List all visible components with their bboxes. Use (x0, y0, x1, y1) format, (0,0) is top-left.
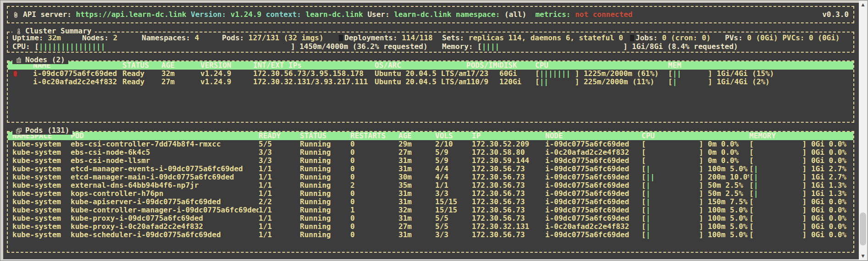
pod-ip-cell: 172.30.59.144 (472, 157, 545, 165)
pod-memory-gauge: [ ] 0Gi 0.0% (749, 157, 846, 165)
cluster-stat: Jobs: 0 (cron: 0) (630, 34, 725, 43)
pod-row[interactable]: kube-systemebs-csi-node-6k4c53/3Running0… (8, 148, 853, 157)
node-row[interactable]: i-09dc0775a6fc69dedReady32mv1.24.9172.30… (8, 70, 853, 78)
node-version-cell: v1.24.9 (200, 70, 253, 78)
status-segment: User: (367, 10, 394, 19)
node-disk-cell: 60Gi (499, 70, 535, 78)
pod-ready-cell: 1/1 (259, 231, 300, 239)
column-header: STATUS (300, 132, 350, 140)
pod-row[interactable]: kube-systemkube-apiserver-i-09dc0775a6fc… (8, 198, 853, 206)
node-disk-cell: 120Gi (499, 78, 535, 86)
pod-row[interactable]: kube-systemkube-scheduler-i-09dc0775a6fc… (8, 231, 853, 239)
node-os-arch-cell: Ubuntu 20.04.5 LTS/amd64 (375, 70, 466, 78)
pod-name-cell: kops-controller-h76pn (71, 190, 259, 198)
pod-ready-cell: 1/1 (259, 214, 300, 223)
pod-row[interactable]: kube-systemkube-proxy-i-09dc0775a6fc69de… (8, 214, 853, 223)
pod-namespace-cell: kube-system (8, 198, 71, 206)
pod-row[interactable]: kube-systemexternal-dns-64bb94b4f6-np7jr… (8, 181, 853, 190)
node-os-arch-cell: Ubuntu 20.04.5 LTS/amd64 (375, 78, 466, 86)
gauge-open-bracket: [ (641, 148, 646, 157)
cluster-stat: Sets: replicas 114, daemons 6, stateful … (442, 34, 630, 43)
pod-memory-gauge: [| ] 1Gi 2.7% (749, 173, 846, 181)
scrollbar-down-button[interactable]: ▼ (859, 252, 867, 260)
gauge-bars (646, 148, 699, 157)
cluster-summary-panel: Cluster Summary Uptime: 32mNodes: 2Names… (7, 32, 854, 53)
column-header: CPU (641, 132, 749, 140)
gauge-close-bracket: ] (575, 70, 584, 78)
pod-row[interactable]: kube-systemebs-csi-node-llsmr3/3Running0… (8, 157, 853, 165)
status-segment: v1.24.9 (231, 10, 266, 19)
scrollbar[interactable]: ▲ ▼ (859, 1, 867, 260)
gauge-bars: || (673, 70, 708, 78)
terminal: API server: https://api.learn-dc.link Ve… (3, 3, 859, 259)
pod-cpu-cell: [| ] 150m 7.5% (641, 198, 749, 206)
scrollbar-up-button[interactable]: ▲ (859, 1, 867, 9)
pod-ready-cell: 1/1 (259, 181, 300, 190)
pod-status-cell: Running (300, 140, 350, 148)
scrollbar-thumb[interactable] (860, 212, 866, 245)
gauge-close-bracket: ] (708, 78, 717, 86)
pod-namespace-cell: kube-system (8, 181, 71, 190)
stack-icon (16, 127, 22, 134)
pod-restarts-cell: 0 (350, 214, 398, 223)
pod-memory-gauge: [ ] 0Gi 0.0% (749, 148, 846, 157)
pod-cpu-cell: [| ] 100m 5.0% (641, 165, 749, 173)
pod-row[interactable]: kube-systemkops-controller-h76pn1/1Runni… (8, 190, 853, 198)
pod-name-cell: kube-proxy-i-09dc0775a6fc69ded (71, 214, 259, 223)
pod-node-cell: i-09dc0775a6fc69ded (545, 231, 641, 239)
pod-status-cell: Running (300, 157, 350, 165)
pod-memory-cell: [ ] 0Gi 0.0% (749, 214, 853, 223)
pod-status-cell: Running (300, 190, 350, 198)
pod-ip-cell: 172.30.56.73 (472, 214, 545, 223)
pod-age-cell: 27m (398, 223, 435, 231)
pod-restarts-cell: 0 (350, 148, 398, 157)
pod-row[interactable]: kube-systemetcd-manager-events-i-09dc077… (8, 165, 853, 173)
column-header: MEM (668, 61, 853, 70)
gauge-label: 0m 0.0% (708, 140, 739, 148)
pod-cpu-gauge: [| ] 100m 5.0% (641, 231, 747, 239)
stat-value: replicas 114, daemons 6, stateful 0 (469, 34, 623, 42)
gauge-open-bracket: [ (641, 206, 646, 214)
gauge-open-bracket: [ (749, 214, 754, 223)
gauge-open-bracket: [ (749, 223, 754, 231)
status-bar-text: API server: https://api.learn-dc.link Ve… (23, 11, 632, 19)
pod-vols-cell: 4/4 (435, 173, 472, 181)
pod-age-cell: 27m (398, 148, 435, 157)
pod-name-cell: kube-controller-manager-i-09dc0775a6fc69… (71, 206, 259, 214)
pod-node-cell: i-09dc0775a6fc69ded (545, 173, 641, 181)
pod-vols-cell: 5/5 (435, 214, 472, 223)
gauge-open-bracket: [ (668, 70, 673, 78)
glyph-placeholder-icon (630, 35, 634, 41)
pod-restarts-cell: 0 (350, 173, 398, 181)
pod-vols-cell: 5/9 (435, 157, 472, 165)
node-cpu-gauge: [||||||| ] 1225m/2000m (61%) (535, 70, 659, 78)
paperclip-icon (12, 11, 19, 18)
node-row[interactable]: i-0c20afad2c2e4f832Ready27mv1.24.9172.30… (8, 78, 853, 86)
pod-row[interactable]: kube-systemetcd-manager-main-i-09dc0775a… (8, 173, 853, 181)
gauge-label: 0Gi 0.0% (811, 214, 846, 223)
pod-node-cell: i-09dc0775a6fc69ded (545, 165, 641, 173)
pod-cpu-cell: [|| ] 200m 10.0% (641, 173, 749, 181)
gauge-close-bracket: ] (699, 198, 708, 206)
status-bar-panel: API server: https://api.learn-dc.link Ve… (7, 6, 854, 23)
pod-ip-cell: 172.30.56.73 (472, 231, 545, 239)
gauge-label: 1Gi 2.7% (811, 165, 846, 173)
nodes-title: Nodes (2) (12, 56, 68, 64)
gauge-open-bracket: [ (641, 173, 646, 181)
node-mem-gauge: [| ] 1Gi/4Gi (2%) (668, 78, 770, 86)
pod-restarts-cell: 0 (350, 231, 398, 239)
pod-cpu-cell: [| ] 50m 2.5% (641, 190, 749, 198)
cluster-stat: Namespaces: 4 (142, 34, 222, 43)
gauge-close-bracket: ] (699, 140, 708, 148)
up-arrow-icon: ▲ (862, 3, 865, 7)
pod-row[interactable]: kube-systemkube-proxy-i-0c20afad2c2e4f83… (8, 223, 853, 231)
pod-memory-gauge: [ ] 0Gi 0.0% (749, 140, 846, 148)
stat-value: 2 (113, 34, 117, 42)
node-pods-imgs-cell: 110/9 (466, 78, 499, 86)
gauge-open-bracket: [ (641, 140, 646, 148)
gauge-close-bracket: ] (699, 223, 708, 231)
column-header: MEMORY (749, 132, 853, 140)
pod-row[interactable]: kube-systemebs-csi-controller-7dd74b8f4-… (8, 140, 853, 148)
pod-row[interactable]: kube-systemkube-controller-manager-i-09d… (8, 206, 853, 214)
column-header: VERSION (200, 61, 253, 70)
